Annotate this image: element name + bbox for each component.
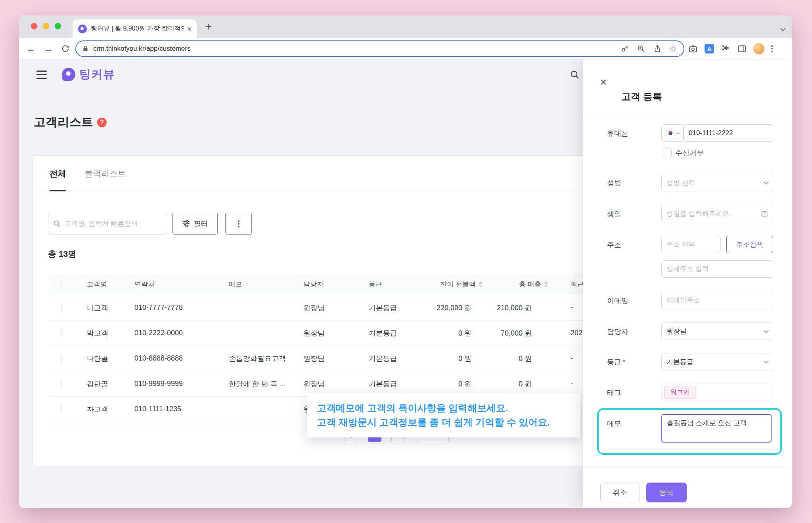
crm-app: 팅커뷰 고객리스트 ? 전체 블랙리스트 필터 [19, 59, 792, 508]
app-logo[interactable]: 팅커뷰 [62, 67, 115, 82]
drawer-header-divider [583, 115, 792, 115]
chevron-down-icon [764, 328, 769, 333]
browser-window: 팅커뷰 | 월 9,900원 가장 합리적인 × + ← → crm.think… [19, 15, 792, 508]
onboarding-tooltip: 고객메모에 고객의 특이사항을 입력해보세요. 고객 재방문시 고객정보를 좀 … [307, 393, 580, 437]
required-mark: * [622, 358, 625, 366]
birthday-label: 생일 [607, 209, 621, 219]
back-button[interactable]: ← [26, 44, 36, 53]
tab-blacklist[interactable]: 블랙리스트 [84, 156, 126, 191]
optout-label: 수신거부 [675, 148, 704, 158]
bookmark-star-icon[interactable]: ☆ [669, 44, 677, 53]
search-icon [53, 220, 61, 228]
col-phone[interactable]: 연락처 [126, 280, 220, 289]
phone-input[interactable] [684, 124, 773, 142]
address-input[interactable] [661, 236, 721, 253]
minimize-window-button[interactable] [43, 23, 49, 29]
row-checkbox[interactable] [61, 355, 61, 362]
row-checkbox[interactable] [61, 380, 61, 387]
customer-register-drawer: × 고객 등록 휴대폰 수신거부 성별 성별 선택 생일 [583, 59, 792, 508]
password-key-icon[interactable] [620, 44, 629, 53]
hamburger-menu-icon[interactable] [36, 71, 47, 79]
birthday-placeholder: 생일을 입력해주세요. [666, 209, 731, 218]
browser-tab-strip: 팅커뷰 | 월 9,900원 가장 합리적인 × + [19, 15, 792, 38]
cancel-button[interactable]: 취소 [600, 483, 640, 502]
birthday-input[interactable]: 생일을 입력해주세요. [661, 205, 773, 222]
translate-icon[interactable]: A [705, 44, 714, 53]
korea-flag-icon [666, 130, 675, 136]
gender-label: 성별 [607, 178, 621, 188]
sms-optout-row[interactable]: 수신거부 [663, 148, 704, 158]
col-manager[interactable]: 담당자 [296, 280, 361, 289]
browser-tab[interactable]: 팅커뷰 | 월 9,900원 가장 합리적인 × [73, 19, 197, 38]
col-prepaid[interactable]: 잔여 선불액 [421, 280, 488, 289]
manager-value: 원장님 [666, 327, 687, 336]
submit-button[interactable]: 등록 [646, 483, 687, 502]
select-all-checkbox[interactable] [61, 280, 61, 288]
tag-chip[interactable]: 워크인 [665, 386, 695, 399]
extensions-puzzle-icon[interactable] [721, 44, 730, 53]
site-favicon-icon [78, 25, 87, 33]
manager-label: 담당자 [607, 327, 628, 336]
close-tab-icon[interactable]: × [187, 25, 192, 33]
memo-label: 메모 [607, 419, 621, 428]
forward-button[interactable]: → [44, 44, 53, 53]
country-code-select[interactable] [661, 124, 684, 142]
page-title-row: 고객리스트 ? [34, 114, 107, 130]
email-input[interactable] [661, 292, 773, 309]
tab-search-chevron-icon[interactable] [781, 25, 785, 32]
profile-avatar[interactable] [753, 43, 764, 54]
customer-search-box[interactable] [48, 213, 166, 235]
reload-button[interactable] [61, 44, 70, 53]
browser-menu-icon[interactable] [771, 45, 773, 52]
share-icon[interactable] [653, 44, 662, 53]
side-panel-icon[interactable] [737, 44, 747, 53]
zoom-window-button[interactable] [55, 23, 61, 29]
more-actions-button[interactable] [225, 213, 252, 235]
address-label: 주소 [607, 240, 621, 250]
memo-textarea[interactable]: 홍길동님 소개로 오신 고객 [661, 414, 772, 443]
customer-search-input[interactable] [65, 220, 161, 228]
logo-text: 팅커뷰 [79, 67, 115, 82]
row-checkbox[interactable] [61, 405, 61, 413]
help-icon[interactable]: ? [97, 118, 107, 127]
gender-select[interactable]: 성별 선택 [661, 174, 773, 191]
gender-placeholder: 성별 선택 [666, 178, 695, 187]
row-checkbox[interactable] [61, 329, 61, 337]
col-memo[interactable]: 메모 [220, 280, 296, 289]
grade-label: 등급* [607, 357, 625, 367]
tab-all[interactable]: 전체 [50, 156, 66, 191]
grade-select[interactable]: 기본등급 [661, 353, 773, 370]
tags-field[interactable]: 워크인 [661, 384, 773, 401]
address-detail-input[interactable] [661, 260, 773, 278]
lock-icon[interactable] [82, 45, 89, 52]
email-label: 이메일 [607, 296, 628, 305]
new-tab-button[interactable]: + [205, 20, 212, 33]
tab-title: 팅커뷰 | 월 9,900원 가장 합리적인 [91, 25, 184, 33]
screenshot-camera-icon[interactable] [688, 44, 698, 53]
address-bar[interactable]: crm.thinkofyou.kr/app/customers ☆ [75, 40, 684, 57]
global-search-icon[interactable] [570, 70, 580, 80]
close-window-button[interactable] [31, 23, 37, 29]
address-search-button[interactable]: 주소검색 [726, 236, 773, 253]
filter-sliders-icon [182, 220, 190, 227]
url-text[interactable]: crm.thinkofyou.kr/app/customers [93, 45, 620, 53]
tags-label: 태그 [607, 388, 621, 397]
calendar-icon [761, 210, 768, 217]
tooltip-line-1: 고객메모에 고객의 특이사항을 입력해보세요. [317, 401, 571, 415]
sort-icon[interactable] [479, 281, 483, 287]
phone-label: 휴대폰 [607, 129, 628, 138]
col-sales[interactable]: 총 매출 [488, 280, 553, 289]
row-checkbox[interactable] [61, 304, 61, 311]
manager-select[interactable]: 원장님 [661, 323, 773, 340]
filter-button[interactable]: 필터 [172, 213, 218, 235]
sort-icon[interactable] [544, 281, 548, 287]
chevron-down-icon [764, 359, 769, 364]
col-grade[interactable]: 등급 [361, 280, 421, 289]
close-drawer-icon[interactable]: × [600, 76, 607, 88]
page-title: 고객리스트 [34, 114, 93, 130]
browser-toolbar: ← → crm.thinkofyou.kr/app/customers ☆ A [19, 38, 792, 59]
zoom-icon[interactable] [637, 44, 645, 53]
optout-checkbox[interactable] [663, 149, 672, 157]
logo-mark-icon [62, 68, 75, 81]
col-name[interactable]: 고객명 [80, 280, 126, 289]
